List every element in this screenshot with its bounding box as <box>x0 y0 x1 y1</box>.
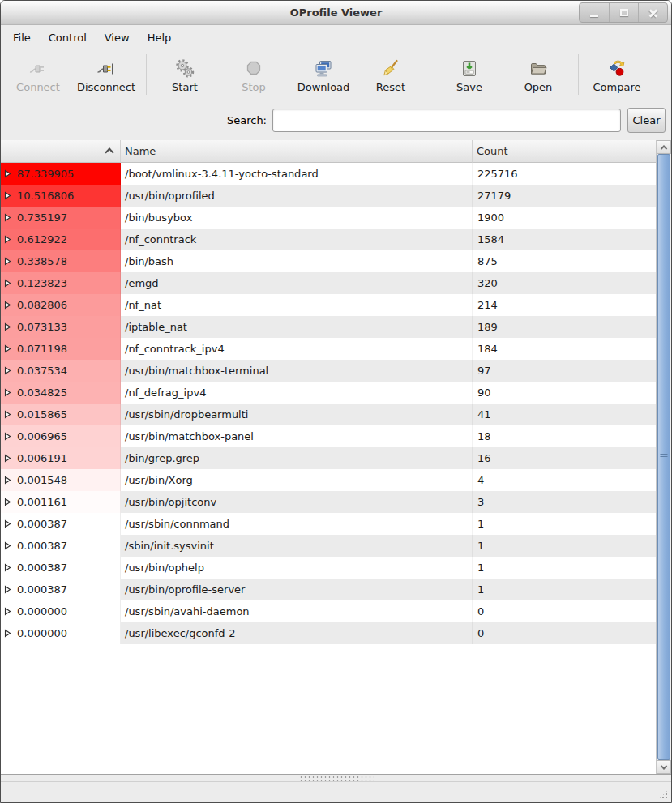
scroll-up-button[interactable] <box>657 140 671 154</box>
table-row[interactable]: 0.000387 /usr/bin/oprofile-server 1 <box>1 579 657 600</box>
table-body: 87.339905 /boot/vmlinux-3.4.11-yocto-sta… <box>1 163 657 644</box>
table-row[interactable]: 0.612922 /nf_conntrack 1584 <box>1 229 657 250</box>
percent-cell: 10.516806 <box>1 185 121 207</box>
expander-icon[interactable] <box>4 301 11 310</box>
resize-grip-icon[interactable] <box>658 789 669 800</box>
expander-icon[interactable] <box>4 541 11 550</box>
table-row[interactable]: 0.123823 /emgd 320 <box>1 272 657 294</box>
table-row[interactable]: 0.000000 /usr/libexec/gconfd-2 0 <box>1 622 657 644</box>
reset-button[interactable]: Reset <box>360 49 422 100</box>
expander-icon[interactable] <box>4 476 11 485</box>
expander-icon[interactable] <box>4 629 11 638</box>
expander-icon[interactable] <box>4 279 11 288</box>
percent-cell: 0.000387 <box>1 535 121 557</box>
scrollbar-thumb[interactable] <box>657 154 670 760</box>
percent-value: 0.000000 <box>17 627 67 639</box>
menu-control[interactable]: Control <box>40 28 96 48</box>
toolbar-separator <box>430 54 430 95</box>
expander-icon[interactable] <box>4 607 11 616</box>
start-button[interactable]: Start <box>149 49 220 100</box>
table-row[interactable]: 0.735197 /bin/busybox 1900 <box>1 207 657 229</box>
minimize-button[interactable] <box>580 3 609 22</box>
expander-icon[interactable] <box>4 322 11 331</box>
expander-icon[interactable] <box>4 235 11 244</box>
titlebar[interactable]: OProfile Viewer <box>1 1 671 25</box>
expander-icon[interactable] <box>4 213 11 222</box>
save-button[interactable]: Save <box>439 49 500 100</box>
table-row[interactable]: 0.082806 /nf_nat 214 <box>1 294 657 316</box>
count-cell: 0 <box>473 622 657 644</box>
table-row[interactable]: 0.338578 /bin/bash 875 <box>1 250 657 272</box>
scroll-down-button[interactable] <box>657 760 671 774</box>
table-row[interactable]: 0.015865 /usr/sbin/dropbearmulti 41 <box>1 404 657 425</box>
table-row[interactable]: 10.516806 /usr/bin/oprofiled 27179 <box>1 185 657 207</box>
expander-icon[interactable] <box>4 169 11 178</box>
percent-value: 0.123823 <box>17 277 67 289</box>
disconnect-button[interactable]: Disconnect <box>69 49 143 100</box>
expander-icon[interactable] <box>4 498 11 506</box>
maximize-button[interactable] <box>609 3 638 22</box>
search-input[interactable] <box>272 109 621 132</box>
table-row[interactable]: 0.000387 /usr/sbin/connmand 1 <box>1 513 657 535</box>
table-row[interactable]: 0.000387 /sbin/init.sysvinit 1 <box>1 535 657 557</box>
table-row[interactable]: 0.000387 /usr/bin/ophelp 1 <box>1 557 657 579</box>
table-empty-space <box>1 644 657 774</box>
expander-icon[interactable] <box>4 191 11 200</box>
download-button[interactable]: Download <box>287 49 360 100</box>
column-header-percent[interactable] <box>1 140 121 163</box>
table-row[interactable]: 0.006965 /usr/bin/matchbox-panel 18 <box>1 425 657 447</box>
name-cell: /usr/bin/matchbox-panel <box>121 425 473 447</box>
percent-value: 0.006191 <box>17 452 67 464</box>
percent-value: 10.516806 <box>17 190 74 202</box>
expander-icon[interactable] <box>4 388 11 397</box>
table-row[interactable]: 0.034825 /nf_defrag_ipv4 90 <box>1 382 657 404</box>
toolbar: Connect Disconnect Start <box>1 49 671 100</box>
name-cell: /bin/busybox <box>121 207 473 229</box>
table-row[interactable]: 0.006191 /bin/grep.grep 16 <box>1 447 657 469</box>
column-header-name[interactable]: Name <box>121 140 473 163</box>
reset-label: Reset <box>376 81 405 93</box>
count-cell: 1 <box>473 513 657 535</box>
expander-icon[interactable] <box>4 519 11 528</box>
percent-value: 0.000000 <box>17 605 67 617</box>
menu-help[interactable]: Help <box>139 28 181 48</box>
expander-icon[interactable] <box>4 344 11 353</box>
percent-cell: 0.015865 <box>1 404 121 425</box>
open-icon <box>528 58 549 79</box>
close-button[interactable] <box>638 3 667 22</box>
clear-button[interactable]: Clear <box>627 108 666 133</box>
menu-view[interactable]: View <box>96 28 139 48</box>
percent-value: 0.015865 <box>17 408 67 421</box>
percent-cell: 0.000387 <box>1 557 121 579</box>
compare-button[interactable]: Compare <box>580 49 653 100</box>
table-row[interactable]: 0.073133 /iptable_nat 189 <box>1 316 657 338</box>
pane-splitter[interactable] <box>1 774 671 782</box>
open-button[interactable]: Open <box>500 49 576 100</box>
table-row[interactable]: 0.001548 /usr/bin/Xorg 4 <box>1 469 657 491</box>
expander-icon[interactable] <box>4 410 11 419</box>
percent-value: 0.071198 <box>17 343 67 355</box>
splitter-grip-icon <box>299 775 374 781</box>
vertical-scrollbar[interactable] <box>656 140 671 774</box>
expander-icon[interactable] <box>4 585 11 594</box>
percent-value: 0.735197 <box>17 211 67 224</box>
table-row[interactable]: 0.071198 /nf_conntrack_ipv4 184 <box>1 338 657 360</box>
menu-file[interactable]: File <box>4 28 40 48</box>
table-row[interactable]: 87.339905 /boot/vmlinux-3.4.11-yocto-sta… <box>1 163 657 185</box>
save-icon <box>459 58 480 79</box>
download-icon <box>313 58 334 79</box>
expander-icon[interactable] <box>4 563 11 572</box>
table-row[interactable]: 0.001161 /usr/bin/opjitconv 3 <box>1 491 657 513</box>
column-header-count[interactable]: Count <box>473 140 657 163</box>
table-row[interactable]: 0.000000 /usr/sbin/avahi-daemon 0 <box>1 600 657 622</box>
expander-icon[interactable] <box>4 257 11 266</box>
expander-icon[interactable] <box>4 454 11 463</box>
percent-value: 0.037534 <box>17 365 67 377</box>
start-label: Start <box>172 81 198 93</box>
percent-cell: 0.612922 <box>1 229 121 250</box>
table-row[interactable]: 0.037534 /usr/bin/matchbox-terminal 97 <box>1 360 657 382</box>
expander-icon[interactable] <box>4 366 11 375</box>
expander-icon[interactable] <box>4 432 11 441</box>
window-controls <box>579 2 668 23</box>
status-bar <box>1 782 671 802</box>
